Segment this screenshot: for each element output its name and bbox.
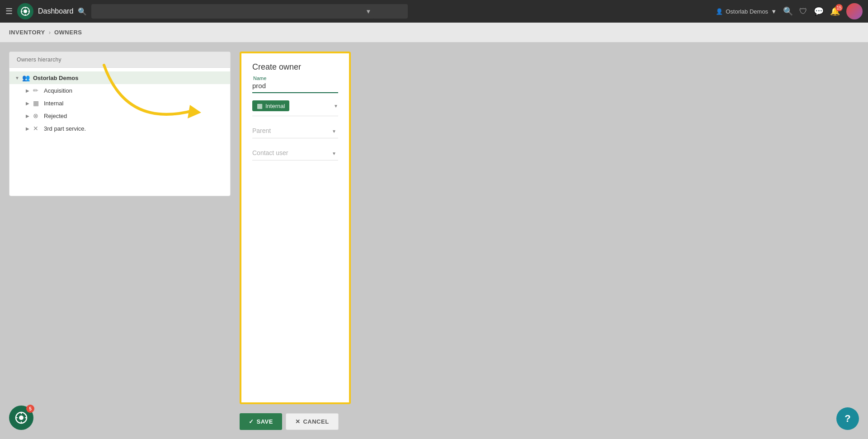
cancel-button[interactable]: ✕ CANCEL — [286, 413, 339, 430]
user-avatar[interactable] — [846, 3, 863, 19]
bottom-logo-badge: 5 — [26, 405, 34, 413]
rejected-icon: ⊗ — [33, 112, 41, 119]
action-buttons: ✓ SAVE ✕ CANCEL — [240, 413, 351, 430]
org-icon: 👥 — [22, 74, 30, 81]
parent-select-wrapper: Parent — [252, 123, 338, 138]
svg-point-8 — [19, 415, 24, 420]
user-name: Ostorlab Demos — [726, 8, 768, 15]
svg-point-1 — [24, 9, 27, 13]
breadcrumb-inventory[interactable]: INVENTORY — [9, 29, 45, 36]
type-badge-icon: ▦ — [257, 102, 263, 109]
3rdparty-icon: ✕ — [33, 125, 41, 132]
tree-rejected-label: Rejected — [44, 113, 213, 119]
tree-item-acquisition[interactable]: ▶ ✏ Acquisition 👤+ — [20, 84, 230, 97]
contact-select-wrapper: Contact user — [252, 146, 338, 160]
acquisition-icon: ✏ — [33, 87, 41, 94]
cancel-x-icon: ✕ — [295, 418, 301, 425]
search-bar-wrapper: ▼ — [91, 4, 408, 19]
brand-logo — [17, 3, 33, 19]
tree-toggle-3rdparty: ▶ — [26, 126, 33, 131]
tree-toggle-rejected: ▶ — [26, 113, 33, 118]
tree-item-internal[interactable]: ▶ ▦ Internal 👤+ — [20, 97, 230, 109]
user-dropdown[interactable]: 👤 Ostorlab Demos ▼ — [716, 8, 777, 15]
nav-left: ☰ Dashboard 🔍 — [5, 3, 87, 19]
app-title: Dashboard — [38, 7, 73, 15]
owners-hierarchy-panel: Owners hierarchy ▼ 👥 Ostorlab Demos 👤+ ▶… — [9, 52, 231, 196]
tree-item-root[interactable]: ▼ 👥 Ostorlab Demos 👤+ — [9, 71, 230, 84]
top-navigation: ☰ Dashboard 🔍 ▼ 👤 Ostorlab Demos ▼ 🔍 🛡 💬 — [0, 0, 868, 23]
name-label: Name — [252, 76, 267, 81]
global-search-input[interactable] — [91, 4, 363, 19]
breadcrumb: INVENTORY › OWNERS — [0, 23, 868, 42]
notification-badge: 15 — [835, 4, 843, 11]
parent-select[interactable] — [252, 123, 338, 138]
tree-3rdparty-label: 3rd part service. — [44, 125, 213, 132]
type-badge-label: Internal — [265, 103, 285, 109]
breadcrumb-owners[interactable]: OWNERS — [54, 29, 82, 36]
search-dropdown-button[interactable]: ▼ — [363, 4, 374, 19]
nav-search-icon[interactable]: 🔍 — [78, 7, 87, 16]
save-check-icon: ✓ — [249, 418, 254, 425]
type-row[interactable]: ▦ Internal — [252, 100, 338, 116]
tree-toggle-root: ▼ — [15, 76, 22, 80]
chat-icon[interactable]: 💬 — [814, 6, 824, 16]
type-badge: ▦ Internal — [252, 100, 289, 111]
save-label: SAVE — [257, 418, 273, 425]
user-dropdown-arrow: ▼ — [771, 8, 777, 15]
notifications-button[interactable]: 🔔 15 — [830, 6, 840, 16]
tree-container: ▼ 👥 Ostorlab Demos 👤+ ▶ ✏ Acquisition 👤+… — [9, 68, 230, 138]
user-icon: 👤 — [716, 8, 723, 15]
tree-item-rejected[interactable]: ▶ ⊗ Rejected 👤+ — [20, 109, 230, 122]
tree-item-3rdparty[interactable]: ▶ ✕ 3rd part service. 👤+ — [20, 122, 230, 135]
contact-user-select[interactable] — [252, 146, 338, 160]
save-button[interactable]: ✓ SAVE — [240, 413, 282, 430]
create-owner-title: Create owner — [252, 62, 338, 72]
internal-icon: ▦ — [33, 99, 41, 107]
create-owner-section: Create owner Name ▦ Internal Parent — [240, 52, 351, 430]
help-button[interactable]: ? — [836, 407, 859, 430]
bottom-logo[interactable]: 5 — [9, 406, 33, 430]
tree-acquisition-label: Acquisition — [44, 87, 213, 94]
cancel-label: CANCEL — [303, 418, 329, 425]
create-owner-panel: Create owner Name ▦ Internal Parent — [240, 52, 351, 404]
nav-right: 👤 Ostorlab Demos ▼ 🔍 🛡 💬 🔔 15 — [716, 3, 863, 19]
tree-internal-label: Internal — [44, 100, 213, 107]
breadcrumb-separator: › — [49, 29, 51, 36]
name-form-group: Name — [252, 79, 338, 93]
tree-toggle-internal: ▶ — [26, 101, 33, 106]
help-icon: ? — [844, 413, 850, 425]
shield-icon[interactable]: 🛡 — [799, 7, 807, 16]
panel-header: Owners hierarchy — [9, 52, 230, 68]
hamburger-icon[interactable]: ☰ — [5, 6, 13, 16]
main-content: Owners hierarchy ▼ 👥 Ostorlab Demos 👤+ ▶… — [0, 42, 868, 439]
tree-toggle-acquisition: ▶ — [26, 88, 33, 93]
search-nav-button[interactable]: 🔍 — [783, 6, 793, 16]
tree-children: ▶ ✏ Acquisition 👤+ ▶ ▦ Internal 👤+ ▶ ⊗ R… — [9, 84, 230, 135]
tree-root-label: Ostorlab Demos — [33, 75, 213, 81]
name-input[interactable] — [252, 79, 338, 93]
